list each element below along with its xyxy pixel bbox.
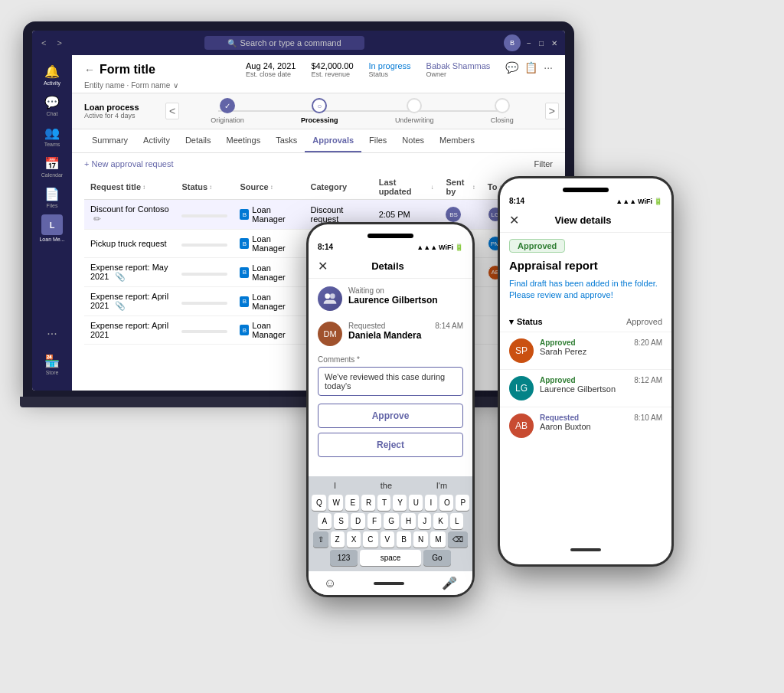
key-backspace[interactable]: ⌫ <box>448 531 468 548</box>
key-i[interactable]: I <box>425 495 437 511</box>
step-origination[interactable]: ✓ Origination <box>211 98 244 124</box>
key-go[interactable]: Go <box>423 550 451 566</box>
tab-members[interactable]: Members <box>432 129 482 152</box>
emoji-btn[interactable]: ☺ <box>324 577 336 590</box>
keyboard-row-3: ⇧ Z X C V B N M ⌫ <box>312 531 469 548</box>
suggestion-1[interactable]: I <box>334 481 336 490</box>
col-sent-by[interactable]: Sent by ↕ <box>439 175 481 200</box>
nav-forward-btn[interactable]: > <box>54 37 64 49</box>
nav-back-btn[interactable]: < <box>38 37 49 49</box>
key-d[interactable]: D <box>351 513 365 529</box>
report-desc-link[interactable]: added in the folder <box>586 279 655 288</box>
col-request-title[interactable]: Request title ↕ <box>84 175 175 200</box>
more-action-btn[interactable]: ··· <box>544 61 553 74</box>
meta-owner: Babak Shammas Owner <box>426 61 491 78</box>
key-o[interactable]: O <box>439 495 454 511</box>
key-t[interactable]: T <box>377 495 390 511</box>
key-f[interactable]: F <box>368 513 381 529</box>
sidebar-store-btn[interactable]: 🏪 Store <box>38 351 66 378</box>
key-l[interactable]: L <box>450 513 464 529</box>
sidebar-item-files[interactable]: 📄 Files <box>38 184 66 211</box>
teams-search-bar[interactable]: 🔍 Search or type a command <box>204 36 364 50</box>
back-button[interactable]: ← <box>84 64 95 76</box>
filter-btn[interactable]: Filter <box>534 159 553 168</box>
key-123[interactable]: 123 <box>330 550 358 566</box>
sidebar-item-activity[interactable]: 🔔 Activity <box>38 61 66 89</box>
step-closing[interactable]: Closing <box>491 98 514 124</box>
cell-title: Expense report: May 2021 📎 <box>84 258 175 287</box>
comments-box[interactable]: We've reviewed this case during today's <box>318 367 463 396</box>
suggestion-3[interactable]: I'm <box>436 481 447 490</box>
key-x[interactable]: X <box>347 531 361 548</box>
chat-action-btn[interactable]: 💬 <box>505 61 518 74</box>
approved-badge: Approved <box>509 239 565 253</box>
process-nav-right[interactable]: > <box>545 103 559 119</box>
reject-btn[interactable]: Reject <box>318 433 463 457</box>
source-text: Loan Manager <box>252 234 298 253</box>
sidebar-item-chat[interactable]: 💬 Chat <box>38 92 66 119</box>
key-b[interactable]: B <box>397 531 411 548</box>
key-s[interactable]: S <box>334 513 348 529</box>
col-updated[interactable]: Last updated ↓ <box>373 175 440 200</box>
tab-activity[interactable]: Activity <box>136 129 178 152</box>
suggestion-2[interactable]: the <box>381 481 392 490</box>
phone-left-close-btn[interactable]: ✕ <box>318 259 328 273</box>
key-j[interactable]: J <box>418 513 431 529</box>
key-n[interactable]: N <box>413 531 428 548</box>
tab-meetings[interactable]: Meetings <box>219 129 269 152</box>
minimize-btn[interactable]: − <box>525 38 533 49</box>
source-text: Loan Manager <box>252 263 298 282</box>
requested-section: DM Requested 8:14 AM Daniela Mandera <box>318 322 463 346</box>
status-time-3: 8:10 AM <box>634 414 662 422</box>
key-w[interactable]: W <box>328 495 344 511</box>
key-a[interactable]: A <box>318 513 332 529</box>
key-e[interactable]: E <box>345 495 359 511</box>
col-status[interactable]: Status ↕ <box>175 175 234 200</box>
user-avatar[interactable]: B <box>504 34 521 51</box>
tab-summary[interactable]: Summary <box>84 129 136 152</box>
teams-icon: 👥 <box>44 126 60 140</box>
status-badge <box>181 244 227 247</box>
step-processing[interactable]: ○ Processing <box>301 98 338 124</box>
key-g[interactable]: G <box>384 513 399 529</box>
key-v[interactable]: V <box>381 531 395 548</box>
share-action-btn[interactable]: 📋 <box>524 61 537 74</box>
key-y[interactable]: Y <box>393 495 407 511</box>
key-q[interactable]: Q <box>312 495 326 511</box>
tab-details[interactable]: Details <box>178 129 219 152</box>
key-p[interactable]: P <box>456 495 469 511</box>
sidebar-item-loan[interactable]: L Loan Me... <box>38 214 66 242</box>
key-r[interactable]: R <box>361 495 375 511</box>
mic-btn[interactable]: 🎤 <box>442 576 457 590</box>
svg-point-1 <box>330 293 335 299</box>
status-section-toggle[interactable]: ▾ Status Approved <box>500 312 671 332</box>
record-tabs: Summary Activity Details Meetings Tasks … <box>72 129 565 153</box>
phone-right-close-btn[interactable]: ✕ <box>509 213 519 227</box>
process-nav-left[interactable]: < <box>165 103 179 119</box>
key-u[interactable]: U <box>409 495 423 511</box>
key-h[interactable]: H <box>401 513 416 529</box>
key-space[interactable]: space <box>360 550 421 566</box>
new-approval-btn[interactable]: + New approval request <box>84 159 173 168</box>
key-k[interactable]: K <box>433 513 448 529</box>
keyboard-suggestions: I the I'm <box>312 481 469 490</box>
tab-files[interactable]: Files <box>361 129 394 152</box>
close-btn[interactable]: ✕ <box>550 38 559 49</box>
sidebar-item-calendar[interactable]: 📅 Calendar <box>38 153 66 181</box>
dropdown-arrow[interactable]: ∨ <box>173 81 178 90</box>
approve-btn[interactable]: Approve <box>318 404 463 428</box>
status-person-3: Aaron Buxton <box>540 422 662 431</box>
tab-approvals[interactable]: Approvals <box>305 129 361 152</box>
sidebar-item-teams[interactable]: 👥 Teams <box>38 123 66 150</box>
sidebar-more-btn[interactable]: ··· <box>38 320 66 348</box>
col-source[interactable]: Source ↕ <box>234 175 304 200</box>
key-m[interactable]: M <box>430 531 446 548</box>
tab-tasks[interactable]: Tasks <box>268 129 305 152</box>
key-z[interactable]: Z <box>331 531 345 548</box>
maximize-btn[interactable]: □ <box>537 38 545 49</box>
step-underwriting[interactable]: Underwriting <box>395 98 434 124</box>
tab-notes[interactable]: Notes <box>394 129 432 152</box>
edit-icon[interactable]: ✏ <box>93 214 101 224</box>
key-c[interactable]: C <box>363 531 377 548</box>
key-shift[interactable]: ⇧ <box>313 531 328 548</box>
